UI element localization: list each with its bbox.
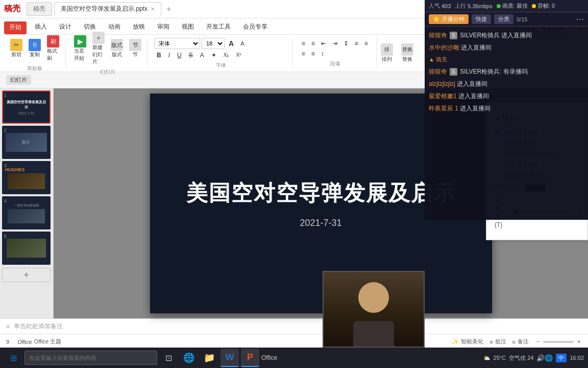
slide-date: 2021-7-31 <box>300 218 341 228</box>
font-color-button[interactable]: A <box>198 51 207 60</box>
taskbar-word[interactable]: W <box>220 349 239 367</box>
strikethrough-button[interactable]: S <box>186 51 195 60</box>
highlight-button[interactable]: ✦ <box>209 51 219 60</box>
text-direction-button[interactable]: ⇕ <box>341 39 351 48</box>
bold-button[interactable]: B <box>154 51 164 60</box>
section-button[interactable]: 节 节 <box>127 38 143 59</box>
zoom-slider[interactable] <box>543 341 574 343</box>
slide-thumb-4[interactable]: 一些文字内容说明 4 <box>2 196 51 229</box>
new-slide-icon: ＋ <box>92 32 105 44</box>
play-current-button[interactable]: ▶ 当页开始 <box>72 34 88 63</box>
close-tab-icon[interactable]: ✕ <box>151 6 155 12</box>
font-controls: 宋体 18 A A B I U S A ✦ X₂ X² <box>154 38 288 60</box>
paragraph-label: 段落 <box>330 60 340 67</box>
slide-tab-label[interactable]: 幻灯片 <box>6 75 31 85</box>
clipboard-group: ✂ 剪切 ⎘ 复制 刷 格式刷 剪贴板 <box>4 37 66 69</box>
slide-thumb-2[interactable]: 图片 2 <box>2 126 51 159</box>
taskbar-right: ⛅ 25°C 空气优 24 🔊🌐 中 16:02 <box>483 354 584 362</box>
bullet-button[interactable]: ≡ <box>299 39 308 48</box>
font-decrease-button[interactable]: A <box>238 39 247 48</box>
lang-indicator[interactable]: 中 <box>556 354 567 362</box>
taskbar-files[interactable]: 📁 <box>200 349 218 367</box>
task-view-button[interactable]: ⊡ <box>159 349 178 367</box>
subscript-button[interactable]: X₂ <box>221 51 232 59</box>
slide-4-content: 一些文字内容说明 <box>3 197 50 228</box>
slide-3-img <box>8 173 45 189</box>
tab-kaishi[interactable]: 开始 <box>4 21 27 34</box>
taskbar-edge[interactable]: 🌐 <box>180 349 198 367</box>
justify-button[interactable]: ≡ <box>309 49 317 58</box>
formatpaint-button[interactable]: 刷 格式刷 <box>45 34 61 63</box>
smart-beautify[interactable]: ✨ 智能美化 <box>452 338 483 346</box>
stream-msg-1: 猩猩奇 S SILVER枪骑兵 进入直播间 <box>429 31 584 40</box>
stream-tool-fast[interactable]: 快捷 <box>472 14 491 24</box>
slide-panel: 美国空对空导弹发展及启示 2021-7-31 1 图片 2 HUGHES 3 一… <box>0 88 54 318</box>
weather-icon: ⛅ <box>483 355 491 361</box>
numbering-button[interactable]: ≡ <box>309 39 317 48</box>
arrange-button[interactable]: 排 排列 <box>379 42 395 64</box>
msg5-username: 最爱根嫩1 <box>429 93 457 100</box>
stat-upload: 上行 5.36mbps <box>455 2 492 10</box>
line-spacing-button[interactable]: ↕ <box>318 49 327 58</box>
slide-thumb-1[interactable]: 美国空对空导弹发展及启示 2021-7-31 1 <box>2 90 51 124</box>
waiting-dot <box>532 4 536 8</box>
stream-counter: 0/15 <box>517 16 527 22</box>
open-stream-button[interactable]: ⭐ 开播分钟 <box>429 14 469 24</box>
slide-2-img: 图片 <box>6 133 47 152</box>
tab-review[interactable]: 审阅 <box>151 20 176 34</box>
msg1-username: 猩猩奇 <box>429 32 447 39</box>
replace-button[interactable]: 替换 替换 <box>399 42 415 64</box>
notes-area[interactable]: ≡ 单击此处添加备注 <box>0 318 588 334</box>
comment-label: 批注 <box>495 338 506 346</box>
indent-inc-button[interactable]: ⇥ <box>330 39 340 48</box>
beautify-icon: ✨ <box>452 338 459 345</box>
copy-button[interactable]: ⎘ 复制 <box>27 38 43 59</box>
italic-button[interactable]: I <box>166 51 173 60</box>
layout-button[interactable]: 版式 版式 <box>109 38 125 59</box>
quality-dot <box>497 4 501 8</box>
tab-view[interactable]: 视图 <box>176 20 200 34</box>
start-button[interactable]: ⊞ <box>4 349 22 367</box>
new-slide-label: 新建幻灯片 <box>92 44 105 65</box>
taskbar-search-input[interactable] <box>24 351 157 365</box>
slide-1-num: 1 <box>4 93 7 98</box>
taskbar-ppt[interactable]: P <box>241 349 259 367</box>
new-slide-button[interactable]: ＋ 新建幻灯片 <box>90 31 107 66</box>
add-tab-button[interactable]: + <box>163 5 174 14</box>
slide-1-title: 美国空对空导弹发展及启示 <box>3 100 50 110</box>
slide-5-content <box>3 233 50 264</box>
copy-label: 复制 <box>30 51 40 58</box>
superscript-button[interactable]: X² <box>233 51 243 59</box>
stream-tool-classify[interactable]: 分类 <box>494 14 513 24</box>
zoom-in-icon[interactable]: ＋ <box>576 337 582 346</box>
align-right-button[interactable]: ≡ <box>299 49 308 58</box>
slide-2-num: 2 <box>4 128 7 133</box>
taskbar: ⊞ ⊡ 🌐 📁 W P Office ⛅ 25°C 空气优 24 🔊🌐 中 16… <box>0 348 588 368</box>
zoom-controls[interactable]: － ＋ <box>535 337 582 346</box>
tab-dev[interactable]: 开发工具 <box>200 20 237 34</box>
msg3-username: 猩猩奇 <box>429 68 447 75</box>
zoom-out-icon[interactable]: － <box>535 337 541 346</box>
font-label: 字体 <box>216 62 226 69</box>
slide-thumb-3[interactable]: HUGHES 3 <box>2 161 51 194</box>
msg1-badge: S <box>450 32 457 39</box>
tab-active[interactable]: 美国空对空导弹发展及启示.pptx ✕ <box>54 2 161 16</box>
align-left-button[interactable]: ≡ <box>352 39 361 48</box>
slide-4-img <box>8 209 45 223</box>
align-center-button[interactable]: ≡ <box>362 39 371 48</box>
section-label: 节 <box>133 51 138 58</box>
tab-inactive[interactable]: 稿壳 <box>27 2 52 16</box>
tab-member[interactable]: 会员专享 <box>237 20 274 34</box>
add-slide-button[interactable]: + <box>2 268 51 282</box>
font-size-select[interactable]: 18 <box>202 38 225 49</box>
cut-button[interactable]: ✂ 剪切 <box>8 38 24 59</box>
slide-title: 美国空对空导弹发展及启示 <box>186 179 456 208</box>
underline-button[interactable]: U <box>175 51 184 60</box>
font-increase-button[interactable]: A <box>226 38 236 49</box>
font-name-select[interactable]: 宋体 <box>154 38 200 49</box>
indent-dec-button[interactable]: ⇤ <box>318 39 329 48</box>
slide-thumb-5[interactable]: 5 <box>2 232 51 265</box>
tab-insert[interactable]: 插入 <box>29 20 53 34</box>
note-btn[interactable]: ≡ 备注 <box>512 338 529 346</box>
comment-btn[interactable]: ≡ 批注 <box>489 338 506 346</box>
